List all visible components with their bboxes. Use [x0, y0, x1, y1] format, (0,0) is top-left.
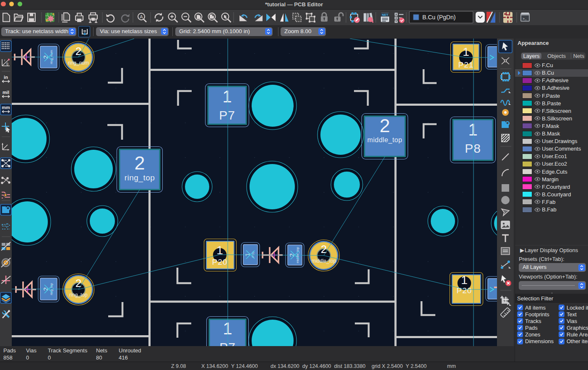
svg-text:mm: mm: [2, 105, 10, 110]
svg-text:P20: P20: [251, 251, 255, 258]
svg-text:mil: mil: [3, 90, 9, 95]
svg-text:ring_top: ring_top: [69, 292, 88, 298]
svg-text:1: 1: [463, 45, 469, 58]
svg-text:P21: P21: [458, 60, 474, 69]
svg-text:middle_top: middle_top: [296, 247, 299, 263]
svg-text:1: 1: [461, 274, 468, 287]
svg-text:2: 2: [75, 45, 81, 57]
svg-text:1: 1: [244, 253, 251, 256]
svg-text:middle_top: middle_top: [312, 258, 336, 264]
svg-text:P7: P7: [219, 108, 235, 122]
svg-text:1: 1: [222, 87, 232, 106]
svg-text:2: 2: [380, 115, 390, 136]
svg-text:in: in: [4, 75, 8, 80]
svg-text:r: r: [4, 58, 5, 62]
svg-text:ring_top: ring_top: [125, 173, 155, 182]
svg-text:B.Cu (PgDn): B.Cu (PgDn): [422, 14, 455, 21]
svg-text:NET: NET: [382, 13, 388, 17]
svg-text:A: A: [140, 14, 143, 19]
svg-text:ring_num: ring_num: [68, 60, 89, 66]
svg-text:1: 1: [468, 120, 477, 139]
svg-text:>_: >_: [523, 17, 527, 21]
svg-text:2: 2: [75, 277, 81, 289]
svg-text:P20: P20: [457, 286, 472, 295]
svg-text:middle_top: middle_top: [367, 136, 402, 144]
svg-text:P8: P8: [465, 141, 481, 155]
svg-text:2: 2: [134, 152, 145, 174]
svg-text:θ: θ: [6, 62, 8, 66]
svg-text:P20: P20: [212, 258, 228, 266]
svg-text:2: 2: [321, 243, 327, 255]
